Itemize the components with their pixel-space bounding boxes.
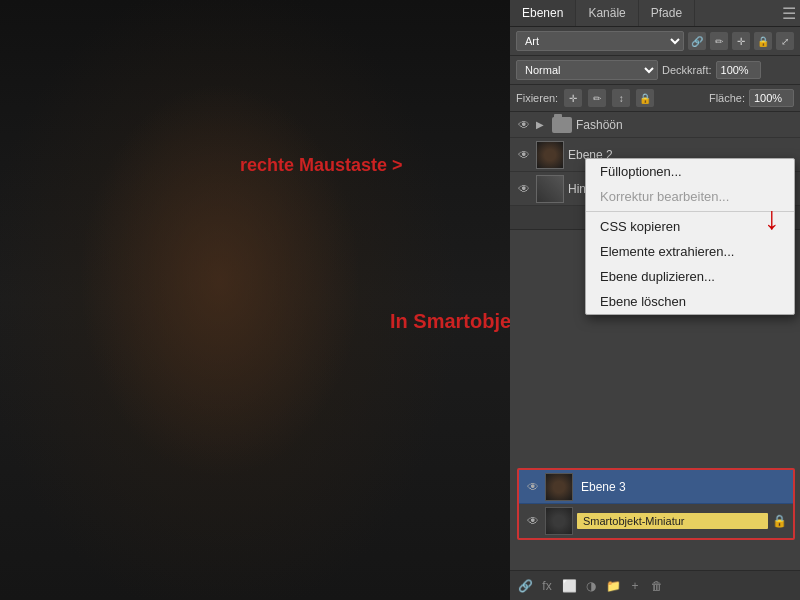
fix-position-icon[interactable]: ✛	[564, 89, 582, 107]
fix-move-icon[interactable]: ↕	[612, 89, 630, 107]
ctx-delete-layer[interactable]: Ebene löschen	[586, 289, 794, 314]
tab-kanaele[interactable]: Kanäle	[576, 0, 638, 26]
ctx-duplicate-layer[interactable]: Ebene duplizieren...	[586, 264, 794, 289]
bottom-layer-smartobj[interactable]: 👁 Smartobjekt-Miniatur 🔒	[519, 504, 793, 538]
fix-label: Fixieren:	[516, 92, 558, 104]
ctx-edit-correction: Korrektur bearbeiten...	[586, 184, 794, 209]
new-layer-icon[interactable]: +	[626, 577, 644, 595]
fx-icon[interactable]: fx	[538, 577, 556, 595]
opacity-input[interactable]	[716, 61, 761, 79]
fix-brush-icon[interactable]: ✏	[588, 89, 606, 107]
eye-icon-group[interactable]: 👁	[516, 117, 532, 133]
ctx-divider-1	[586, 211, 794, 212]
ctx-copy-css[interactable]: CSS kopieren	[586, 214, 794, 239]
fill-input[interactable]	[749, 89, 794, 107]
panel-menu-icon[interactable]: ☰	[782, 4, 796, 23]
move-icon[interactable]: ✛	[732, 32, 750, 50]
expand-icon[interactable]: ⤢	[776, 32, 794, 50]
fix-row: Fixieren: ✛ ✏ ↕ 🔒 Fläche:	[510, 85, 800, 112]
link-icon[interactable]: 🔗	[688, 32, 706, 50]
art-toolbar: Art 🔗 ✏ ✛ 🔒 ⤢	[510, 27, 800, 56]
mask-icon[interactable]: ⬜	[560, 577, 578, 595]
annotation-right-click: rechte Maustaste >	[240, 155, 403, 176]
layer-group-fashoon[interactable]: 👁 ▶ Fashöön	[510, 112, 800, 138]
thumb-smartobj	[545, 507, 573, 535]
link-layers-icon[interactable]: 🔗	[516, 577, 534, 595]
thumb-person-img	[537, 142, 563, 168]
thumb-ebene3	[545, 473, 573, 501]
eye-icon-ebene3[interactable]: 👁	[525, 479, 541, 495]
panel-tabs: Ebenen Kanäle Pfade ☰	[510, 0, 800, 27]
fix-all-icon[interactable]: 🔒	[636, 89, 654, 107]
adjustment-icon[interactable]: ◑	[582, 577, 600, 595]
ctx-extract-elements[interactable]: Elemente extrahieren...	[586, 239, 794, 264]
folder-icon	[552, 117, 572, 133]
layer-name-smartobj: Smartobjekt-Miniatur	[577, 513, 768, 529]
opacity-label: Deckkraft:	[662, 64, 712, 76]
eye-icon-smartobj[interactable]: 👁	[525, 513, 541, 529]
photo-overlay	[0, 0, 510, 600]
brush-icon[interactable]: ✏	[710, 32, 728, 50]
photo-background	[0, 0, 510, 600]
ctx-fill-options[interactable]: Fülloptionen...	[586, 159, 794, 184]
fill-label: Fläche:	[709, 92, 745, 104]
opacity-row: Deckkraft:	[662, 61, 794, 79]
blend-mode-select[interactable]: Normal	[516, 60, 658, 80]
eye-icon-ebene2[interactable]: 👁	[516, 147, 532, 163]
highlighted-layers-box: 👁 Ebene 3 👁 Smartobjekt-Miniatur 🔒	[517, 468, 795, 540]
lock-icon-smartobj: 🔒	[772, 514, 787, 528]
group-name: Fashöön	[576, 118, 794, 132]
thumb-ebene2	[536, 141, 564, 169]
tab-pfade[interactable]: Pfade	[639, 0, 695, 26]
bottom-layer-ebene3[interactable]: 👁 Ebene 3	[519, 470, 793, 504]
layer-name-ebene3: Ebene 3	[577, 480, 787, 494]
expand-group-icon[interactable]: ▶	[536, 119, 548, 131]
mode-opacity-row: Normal Deckkraft:	[510, 56, 800, 85]
tab-ebenen[interactable]: Ebenen	[510, 0, 576, 26]
thumb-gradient-img	[537, 176, 563, 202]
lock-icon[interactable]: 🔒	[754, 32, 772, 50]
red-arrow-annotation: ↓	[764, 200, 780, 237]
fill-row: Fläche:	[709, 89, 794, 107]
panel-bottom-bar: 🔗 fx ⬜ ◑ 📁 + 🗑	[510, 570, 800, 600]
delete-layer-icon[interactable]: 🗑	[648, 577, 666, 595]
thumb-hinte	[536, 175, 564, 203]
art-select[interactable]: Art	[516, 31, 684, 51]
eye-icon-hinte[interactable]: 👁	[516, 181, 532, 197]
group-layers-icon[interactable]: 📁	[604, 577, 622, 595]
